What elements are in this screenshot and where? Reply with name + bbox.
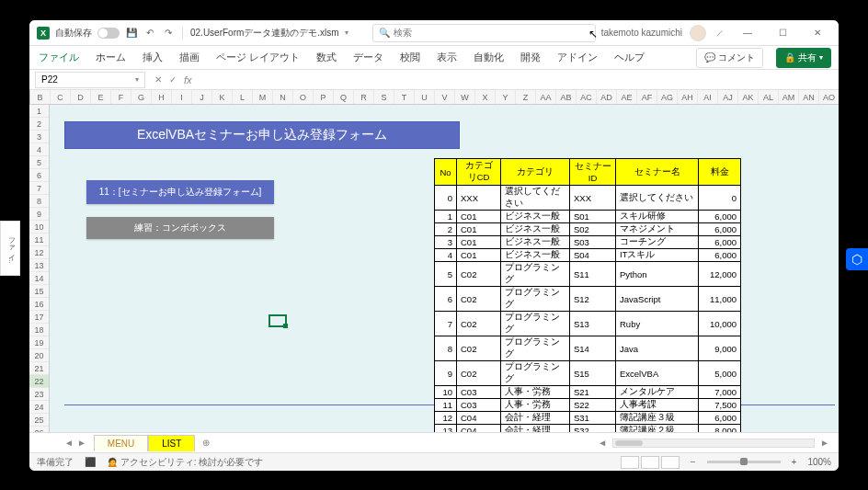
cell-category[interactable]: プログラミング xyxy=(501,287,570,312)
cell-seminarname[interactable]: ITスキル xyxy=(616,249,699,262)
cell-seminarname[interactable]: 簿記講座２級 xyxy=(616,425,699,433)
cell-category[interactable]: 人事・労務 xyxy=(501,399,570,412)
zoom-slider[interactable] xyxy=(707,461,781,463)
column-header[interactable]: AI xyxy=(698,90,718,104)
cell-seminarname[interactable]: 人事考課 xyxy=(616,399,699,412)
cell-category[interactable]: 会計・経理 xyxy=(501,425,570,433)
user-name[interactable]: takemoto kazumichi xyxy=(601,28,682,38)
row-header[interactable]: 6 xyxy=(29,169,49,182)
cell-categorycd[interactable]: C02 xyxy=(457,312,501,336)
cell-seminarid[interactable]: S32 xyxy=(570,425,616,433)
table-row[interactable]: 11C03人事・労務S22人事考課7,500 xyxy=(435,399,741,412)
cell-categorycd[interactable]: C03 xyxy=(457,386,501,399)
cell-no[interactable]: 2 xyxy=(435,223,457,236)
fx-icon[interactable]: fx xyxy=(184,74,192,85)
macro-record-icon[interactable]: ⬛ xyxy=(85,457,96,467)
column-header[interactable]: V xyxy=(435,90,455,104)
cell-categorycd[interactable]: C03 xyxy=(457,399,501,412)
cell-seminarname[interactable]: Java xyxy=(616,336,699,361)
cell-seminarid[interactable]: S12 xyxy=(570,287,616,312)
table-header-categorycd[interactable]: カテゴリCD xyxy=(457,159,501,186)
cell-category[interactable]: ビジネス一般 xyxy=(501,211,570,223)
close-button[interactable]: ✕ xyxy=(804,23,831,43)
cell-categorycd[interactable]: C01 xyxy=(457,249,501,262)
cell-category[interactable]: プログラミング xyxy=(501,336,570,361)
redo-icon[interactable]: ↷ xyxy=(162,27,175,40)
minimize-button[interactable]: — xyxy=(734,23,761,43)
sheet-nav-next-icon[interactable]: ► xyxy=(77,438,86,448)
cell-category[interactable]: 選択してください xyxy=(501,186,570,211)
comments-button[interactable]: 💬コメント xyxy=(696,48,763,68)
cell-seminarname[interactable]: コーチング xyxy=(616,236,699,249)
column-header[interactable]: W xyxy=(455,90,475,104)
table-row[interactable]: 12C04会計・経理S31簿記講座３級6,000 xyxy=(435,412,741,425)
cell-no[interactable]: 0 xyxy=(435,186,457,211)
row-header[interactable]: 20 xyxy=(29,349,49,362)
row-header[interactable]: 23 xyxy=(29,388,49,401)
cell-categorycd[interactable]: C02 xyxy=(457,361,501,386)
cell-seminarid[interactable]: S31 xyxy=(570,412,616,425)
cell-no[interactable]: 3 xyxy=(435,236,457,249)
row-header[interactable]: 1 xyxy=(29,105,49,118)
cell-fee[interactable]: 12,000 xyxy=(699,262,741,287)
row-header[interactable]: 3 xyxy=(29,131,49,143)
table-header-category[interactable]: カテゴリ xyxy=(501,159,570,186)
table-row[interactable]: 9C02プログラミングS15ExcelVBA5,000 xyxy=(435,361,741,386)
cell-no[interactable]: 10 xyxy=(435,386,457,399)
autosave-toggle[interactable] xyxy=(97,28,120,39)
column-header[interactable]: Q xyxy=(334,90,354,104)
row-header[interactable]: 11 xyxy=(29,234,49,246)
cell-categorycd[interactable]: C01 xyxy=(457,211,501,223)
column-header[interactable]: F xyxy=(111,90,131,104)
row-header[interactable]: 12 xyxy=(29,246,49,259)
cell-fee[interactable]: 11,000 xyxy=(699,287,741,312)
cell-categorycd[interactable]: C04 xyxy=(457,425,501,433)
column-header[interactable]: N xyxy=(273,90,293,104)
cell-seminarname[interactable]: Ruby xyxy=(616,312,699,336)
row-header[interactable]: 21 xyxy=(29,362,49,375)
column-header[interactable]: L xyxy=(233,90,253,104)
combobox-practice-button[interactable]: 練習：コンボボックス xyxy=(86,217,274,239)
column-header[interactable]: G xyxy=(131,90,152,104)
column-header[interactable]: D xyxy=(71,90,91,104)
row-header[interactable]: 17 xyxy=(29,311,49,324)
row-header[interactable]: 14 xyxy=(29,272,49,285)
column-header[interactable]: I xyxy=(172,90,192,104)
table-header-fee[interactable]: 料金 xyxy=(699,159,741,186)
cell-no[interactable]: 11 xyxy=(435,399,457,412)
row-header[interactable]: 19 xyxy=(29,336,49,349)
cell-seminarid[interactable]: S14 xyxy=(570,336,616,361)
cell-fee[interactable]: 9,000 xyxy=(699,336,741,361)
sheet-content[interactable]: ExcelVBAセミナーお申し込み登録フォーム 11：[セミナーお申し込み登録フ… xyxy=(50,105,839,432)
cell-fee[interactable]: 6,000 xyxy=(699,412,741,425)
ribbon-mode-icon[interactable]: ⟋ xyxy=(714,27,726,40)
row-header[interactable]: 25 xyxy=(29,414,49,427)
row-header[interactable]: 15 xyxy=(29,285,49,298)
row-header[interactable]: 2 xyxy=(29,118,49,131)
cell-seminarname[interactable]: 簿記講座３級 xyxy=(616,412,699,425)
cancel-formula-icon[interactable]: ✕ xyxy=(154,74,162,85)
table-row[interactable]: 8C02プログラミングS14Java9,000 xyxy=(435,336,741,361)
column-header[interactable]: AA xyxy=(536,90,556,104)
cell-category[interactable]: プログラミング xyxy=(501,262,570,287)
row-header[interactable]: 13 xyxy=(29,259,49,272)
cell-seminarname[interactable]: JavaScript xyxy=(616,287,699,312)
row-header[interactable]: 26 xyxy=(29,427,49,432)
cell-fee[interactable]: 6,000 xyxy=(699,223,741,236)
save-icon[interactable]: 💾 xyxy=(125,27,138,40)
column-header[interactable]: T xyxy=(394,90,415,104)
zoom-out-button[interactable]: − xyxy=(691,457,696,467)
ribbon-tab-data[interactable]: データ xyxy=(351,47,385,68)
row-header[interactable]: 18 xyxy=(29,324,49,336)
cell-seminarid[interactable]: S04 xyxy=(570,249,616,262)
column-header[interactable]: B xyxy=(30,90,51,104)
column-header[interactable]: AH xyxy=(678,90,698,104)
ribbon-tab-formulas[interactable]: 数式 xyxy=(314,47,338,68)
column-header[interactable]: E xyxy=(91,90,111,104)
cell-fee[interactable]: 7,500 xyxy=(699,399,741,412)
cell-no[interactable]: 5 xyxy=(435,262,457,287)
search-input[interactable] xyxy=(394,28,589,38)
sheet-tab-list[interactable]: LIST xyxy=(148,435,195,451)
cell-categorycd[interactable]: C02 xyxy=(457,262,501,287)
cell-seminarid[interactable]: S03 xyxy=(570,236,616,249)
